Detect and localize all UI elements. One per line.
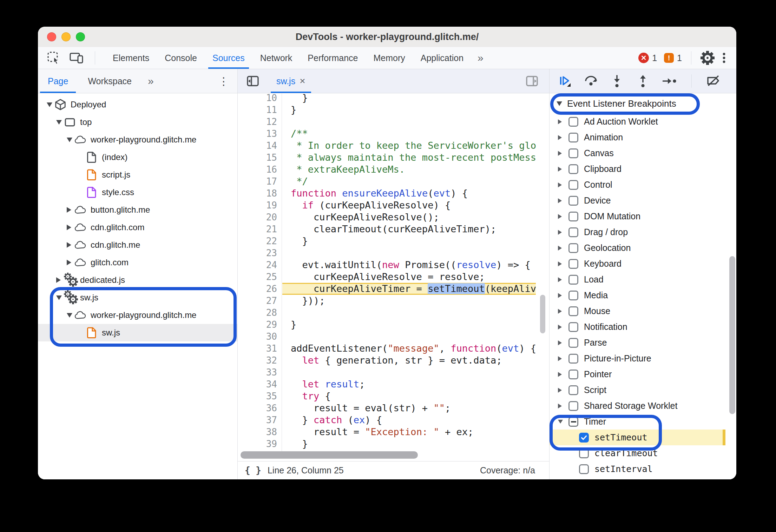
checkbox-checked[interactable] (579, 433, 589, 443)
breakpoint-category-drag-drop[interactable]: Drag / drop (550, 224, 725, 240)
line-number[interactable]: 31 (238, 343, 282, 354)
tree-item-worker-playground.glitch.me[interactable]: worker-playground.glitch.me (38, 131, 237, 148)
expand-icon[interactable] (67, 207, 74, 213)
expand-icon[interactable] (558, 151, 568, 156)
editor-tab-swjs[interactable]: sw.js × (270, 69, 312, 93)
breakpoint-category-mouse[interactable]: Mouse (550, 303, 725, 319)
checkbox[interactable] (568, 370, 578, 379)
expand-icon[interactable] (558, 167, 568, 172)
line-number[interactable]: 36 (238, 402, 282, 414)
breakpoint-category-control[interactable]: Control (550, 177, 725, 193)
code-editor[interactable]: }}/** * In order to keep the ServiceWork… (282, 93, 536, 458)
customize-menu-icon[interactable] (722, 52, 726, 64)
step-icon[interactable] (662, 74, 677, 88)
checkbox[interactable] (568, 385, 578, 395)
expand-icon[interactable] (558, 182, 568, 187)
line-number[interactable]: 13 (238, 128, 282, 140)
more-tabs-icon[interactable]: » (471, 52, 488, 64)
tab-sources[interactable]: Sources (205, 47, 252, 69)
collapse-icon[interactable] (56, 120, 64, 125)
line-number[interactable]: 35 (238, 390, 282, 402)
expand-icon[interactable] (558, 214, 568, 219)
breakpoint-category-timer[interactable]: Timer (550, 414, 725, 430)
breakpoint-category-parse[interactable]: Parse (550, 335, 725, 351)
breakpoint-category-pointer[interactable]: Pointer (550, 366, 725, 382)
expand-icon[interactable] (558, 325, 568, 330)
tab-network[interactable]: Network (252, 47, 300, 69)
checkbox-indeterminate[interactable] (568, 417, 578, 427)
error-badge[interactable]: ✕ 1 (638, 53, 657, 63)
checkbox[interactable] (568, 291, 578, 300)
checkbox[interactable] (568, 259, 578, 269)
tree-item-cdn.glitch.me[interactable]: cdn.glitch.me (38, 236, 237, 254)
line-number[interactable]: 19 (238, 199, 282, 211)
tree-item-cdn.glitch.com[interactable]: cdn.glitch.com (38, 219, 237, 236)
tree-item--index-[interactable]: (index) (38, 148, 237, 166)
breakpoint-category-clipboard[interactable]: Clipboard (550, 161, 725, 177)
expand-icon[interactable] (56, 277, 64, 283)
expand-icon[interactable] (558, 356, 568, 361)
line-number[interactable]: 21 (238, 223, 282, 235)
line-number[interactable]: 33 (238, 366, 282, 378)
pretty-print-icon[interactable]: { } (238, 465, 268, 476)
expand-icon[interactable] (558, 309, 568, 314)
event-listener-breakpoints-header[interactable]: Event Listener Breakpoints (550, 93, 736, 114)
expand-icon[interactable] (558, 135, 568, 140)
expand-icon[interactable] (558, 230, 568, 235)
checkbox[interactable] (579, 464, 589, 474)
deactivate-breakpoints-icon[interactable] (706, 74, 721, 88)
tab-application[interactable]: Application (413, 47, 471, 69)
line-number[interactable]: 17 (238, 175, 282, 187)
checkbox[interactable] (568, 401, 578, 411)
expand-icon[interactable] (558, 119, 568, 124)
collapse-icon[interactable] (67, 313, 74, 318)
breakpoint-event-settimeout[interactable]: setTimeout (550, 430, 725, 445)
line-number[interactable]: 20 (238, 211, 282, 223)
resume-script-icon[interactable] (558, 74, 572, 88)
checkbox[interactable] (568, 243, 578, 253)
breakpoint-category-script[interactable]: Script (550, 382, 725, 398)
settings-gear-icon[interactable] (701, 51, 715, 65)
breakpoint-category-device[interactable]: Device (550, 193, 725, 208)
expand-icon[interactable] (558, 277, 568, 282)
tree-item-deployed[interactable]: Deployed (38, 96, 237, 113)
tab-console[interactable]: Console (157, 47, 205, 69)
line-number[interactable]: 39 (238, 438, 282, 450)
tree-item-worker-playground.glitch.me[interactable]: worker-playground.glitch.me (38, 306, 237, 324)
show-debugger-panel-icon[interactable] (525, 74, 549, 88)
checkbox[interactable] (568, 275, 578, 285)
line-number[interactable]: 12 (238, 116, 282, 128)
tab-memory[interactable]: Memory (366, 47, 413, 69)
editor-horizontal-scrollbar[interactable] (241, 451, 418, 459)
close-tab-icon[interactable]: × (300, 75, 305, 87)
checkbox[interactable] (568, 322, 578, 332)
breakpoint-category-load[interactable]: Load (550, 272, 725, 287)
expand-icon[interactable] (558, 293, 568, 298)
tree-item-button.glitch.me[interactable]: button.glitch.me (38, 201, 237, 219)
checkbox[interactable] (568, 117, 578, 127)
step-out-icon[interactable] (636, 74, 650, 88)
minimize-window-button[interactable] (61, 32, 71, 41)
line-number[interactable]: 34 (238, 378, 282, 390)
step-over-icon[interactable] (584, 74, 598, 88)
checkbox[interactable] (579, 448, 589, 458)
line-number[interactable]: 32 (238, 354, 282, 366)
breakpoint-event-setinterval[interactable]: setInterval (550, 461, 725, 477)
expand-icon[interactable] (558, 340, 568, 345)
collapse-icon[interactable] (67, 138, 74, 142)
tab-workspace[interactable]: Workspace (78, 69, 142, 93)
navigator-menu-icon[interactable]: ⋮ (218, 75, 237, 87)
breakpoint-category-ad-auction-worklet[interactable]: Ad Auction Worklet (550, 114, 725, 129)
zoom-window-button[interactable] (76, 32, 85, 41)
collapse-icon[interactable] (47, 102, 54, 107)
line-number[interactable]: 24 (238, 259, 282, 271)
line-number[interactable]: 30 (238, 331, 282, 343)
close-window-button[interactable] (47, 32, 56, 41)
sidebar-scrollbar[interactable] (729, 256, 735, 414)
tab-performance[interactable]: Performance (300, 47, 366, 69)
tree-item-glitch.com[interactable]: glitch.com (38, 254, 237, 271)
tree-item-style.css[interactable]: style.css (38, 184, 237, 201)
line-number[interactable]: 29 (238, 319, 282, 331)
expand-icon[interactable] (67, 242, 74, 248)
expand-icon[interactable] (558, 404, 568, 408)
